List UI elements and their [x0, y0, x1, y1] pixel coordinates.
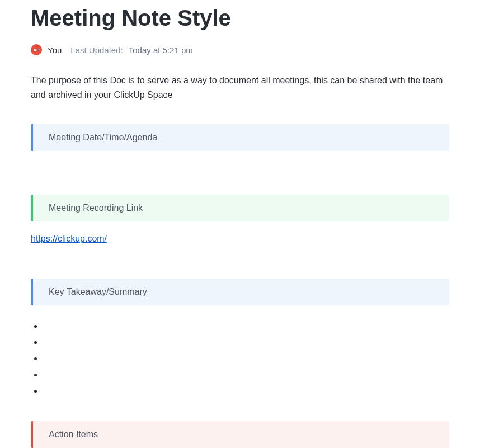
callout-meeting-date-agenda[interactable]: Meeting Date/Time/Agenda: [31, 124, 449, 151]
intro-paragraph[interactable]: The purpose of this Doc is to serve as a…: [31, 73, 449, 102]
recording-link-row: https://clickup.com/: [31, 234, 449, 244]
callout-recording-link[interactable]: Meeting Recording Link: [31, 195, 449, 221]
summary-bullet-list[interactable]: [31, 318, 449, 399]
callout-action-items[interactable]: Action Items: [31, 421, 449, 448]
list-item[interactable]: [43, 350, 449, 366]
callout-text: Action Items: [49, 430, 98, 439]
list-item[interactable]: [43, 383, 449, 399]
callout-text: Key Takeaway/Summary: [49, 287, 147, 296]
meta-row: AP You Last Updated: Today at 5:21 pm: [31, 44, 449, 55]
author-label: You: [48, 45, 62, 55]
spacer: [31, 163, 449, 195]
list-item[interactable]: [43, 318, 449, 334]
last-updated-label: Last Updated:: [70, 45, 123, 55]
callout-text: Meeting Recording Link: [49, 203, 143, 213]
avatar[interactable]: AP: [31, 44, 42, 55]
list-item[interactable]: [43, 334, 449, 350]
recording-link[interactable]: https://clickup.com/: [31, 234, 107, 243]
callout-key-takeaway[interactable]: Key Takeaway/Summary: [31, 279, 449, 305]
page-title: Meeting Note Style: [31, 6, 449, 31]
last-updated-time: Today at 5:21 pm: [129, 45, 193, 55]
callout-text: Meeting Date/Time/Agenda: [49, 133, 157, 142]
list-item[interactable]: [43, 366, 449, 383]
